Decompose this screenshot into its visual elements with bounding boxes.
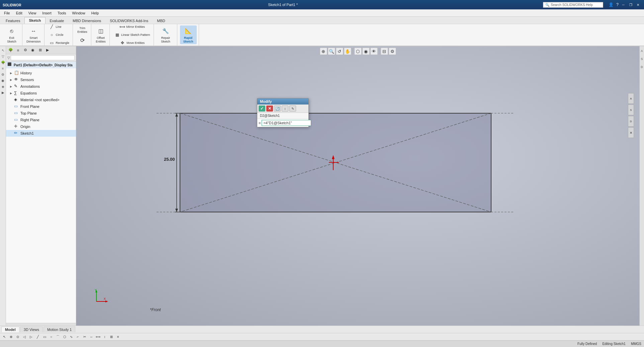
linear-sketch-pattern-button[interactable]: ▦ Linear Sketch Pattern [112,31,152,39]
rotate-view-button[interactable]: ↺ [336,48,343,55]
bt-spline[interactable]: ∿ [68,334,74,340]
menu-edit[interactable]: Edit [13,10,25,16]
tab-motion-study-1[interactable]: Motion Study 1 [43,327,75,332]
bt-next-view[interactable]: ▷ [28,334,34,340]
rp-appearance-icon[interactable]: A [640,48,644,54]
move-entities-button[interactable]: ✥ Move Entities [118,39,146,46]
menu-tools[interactable]: Tools [55,10,69,16]
convert-entities-button[interactable]: ⟳ ConvertEntities [76,35,89,46]
bt-prev-view[interactable]: ◁ [21,334,27,340]
filter-icon[interactable]: ▽ [0,54,6,59]
tree-icon[interactable]: 🌳 [0,60,6,65]
bt-zoom-area[interactable]: ⊕ [8,334,14,340]
tab-3d-views[interactable]: 3D Views [20,327,43,332]
view-orientation-button[interactable]: ⬡ [354,48,362,55]
tree-item-sketch1[interactable]: ✏ Sketch1 [6,130,76,137]
modify-options-button[interactable]: ✎ [289,106,296,112]
tree-filter-input[interactable] [11,55,75,60]
tree-item-front-plane[interactable]: ▭ Front Plane [6,103,76,110]
bt-circle[interactable]: ○ [48,334,54,340]
fp-config-tab[interactable]: ⚙ [22,47,29,53]
tree-item-equations[interactable]: ▶ ∑ Equations [6,90,76,96]
tree-item-right-plane[interactable]: ▭ Right Plane [6,117,76,123]
rapid-sketch-button[interactable]: 📐 RapidSketch [180,25,197,44]
bt-line[interactable]: ╱ [35,334,41,340]
layer-icon[interactable]: ◈ [0,84,6,89]
repair-sketch-button[interactable]: 🔧 RepairSketch [159,25,172,44]
fp-dim-tab[interactable]: ⊞ [37,47,43,53]
bt-fillet[interactable]: ⌐ [75,334,81,340]
fp-nav-tab[interactable]: ▶ [44,47,51,53]
menu-insert[interactable]: Insert [39,10,54,16]
restore-button[interactable]: ❐ [627,2,634,7]
bt-zoom-fit[interactable]: ⊙ [15,334,21,340]
line-button[interactable]: ╱ Line [47,24,71,30]
modify-cancel-button[interactable]: ✕ [266,106,273,112]
menu-help[interactable]: Help [89,10,102,16]
decal-tab[interactable]: D [628,116,634,127]
bt-display-rel[interactable]: ≡ [115,334,121,340]
help-icon[interactable]: ? [615,2,620,7]
modify-more-button[interactable]: ↕ [282,106,288,112]
fp-list-tab[interactable]: ≡ [15,47,21,53]
part-root-item[interactable]: ⬛ Part1 (Default<<Default>_Display Sta [6,62,76,68]
menu-window[interactable]: Window [70,10,88,16]
config-icon[interactable]: ⚙ [0,72,6,77]
bt-add-rel[interactable]: ⊞ [108,334,114,340]
display-delete-relations-button[interactable]: ↗ Display/DeleteRelations [157,24,175,25]
user-icon[interactable]: 👤 [607,2,615,7]
tree-item-material[interactable]: ◈ Material <not specified> [6,96,76,103]
close-button[interactable]: ✕ [635,2,641,7]
section-view-button[interactable]: ⊟ [381,48,388,55]
bt-extend[interactable]: ↔ [88,334,94,340]
zoom-to-fit-button[interactable]: ⊕ [320,48,327,55]
tab-model[interactable]: Model [1,327,19,332]
tab-evaluate[interactable]: Evaluate [45,17,69,24]
modify-ok-button[interactable]: ✓ [259,106,265,112]
modify-value-input[interactable] [262,120,311,126]
fp-tree-tab[interactable]: 🌳 [7,47,14,53]
hide-show-button[interactable]: 👁 [370,48,378,55]
pan-button[interactable]: ✋ [344,48,351,55]
trim-entities-button[interactable]: ✂ TrimEntities [76,24,89,34]
display-icon[interactable]: ◉ [0,78,6,83]
menu-view[interactable]: View [26,10,39,16]
minimize-button[interactable]: ─ [620,2,627,7]
nav-icon[interactable]: ▶ [0,90,6,95]
panel-resize-handle[interactable] [6,323,76,326]
bt-rectangle[interactable]: ▭ [41,334,48,340]
mirror-entities-button[interactable]: ⟺ Mirror Entities [118,24,147,30]
tab-sketch[interactable]: Sketch [24,17,45,24]
scene-tab[interactable]: S [628,105,634,115]
quick-snaps-button[interactable]: ⚡ QuickSnaps [159,45,172,46]
tree-item-top-plane[interactable]: ▭ Top Plane [6,110,76,117]
canvas-viewport[interactable]: ⊕ 🔍 ↺ ✋ ⬡ ◉ 👁 ⊟ ⚙ [76,46,639,326]
smart-dimension-button[interactable]: ↔ SmartDimension [25,25,42,44]
tab-mbd[interactable]: MBD [153,17,169,24]
tree-item-annotations[interactable]: ▶ ✎ Annotations [6,83,76,90]
select-icon[interactable]: ↖ [0,48,6,53]
close-right-button[interactable]: ✕ [628,127,634,138]
zoom-in-button[interactable]: 🔍 [328,48,335,55]
bt-trim[interactable]: ✂ [82,334,88,340]
display-style-button[interactable]: ◉ [362,48,370,55]
bt-mirror[interactable]: ⟺ [95,334,101,340]
bt-dim[interactable]: ↕ [102,334,108,340]
circle-button[interactable]: ○ Circle [47,31,71,39]
search-box[interactable]: 🔍 Search SOLIDWORKS Help [543,2,603,8]
rectangle-button[interactable]: ▭ Rectangle [47,39,71,46]
rp-scene-icon[interactable]: S [640,56,644,62]
tab-features[interactable]: Features [1,17,24,24]
bt-select[interactable]: ↖ [1,334,7,340]
menu-file[interactable]: File [1,10,13,16]
tree-item-origin[interactable]: ✚ Origin [6,123,76,130]
tab-solidworks-addins[interactable]: SOLIDWORKS Add-Ins [105,17,153,24]
appearance-tab[interactable]: A [628,93,634,104]
view-settings-button[interactable]: ⚙ [389,48,396,55]
bt-arc[interactable]: ⌒ [55,334,61,340]
tree-item-sensors[interactable]: ▶ 👁 Sensors [6,76,76,83]
fp-display-tab[interactable]: ◉ [29,47,36,53]
rp-decal-icon[interactable]: D [640,64,644,70]
tree-item-history[interactable]: ▶ 📋 History [6,70,76,76]
modify-rebuild-button[interactable]: 🔄 [274,106,281,112]
